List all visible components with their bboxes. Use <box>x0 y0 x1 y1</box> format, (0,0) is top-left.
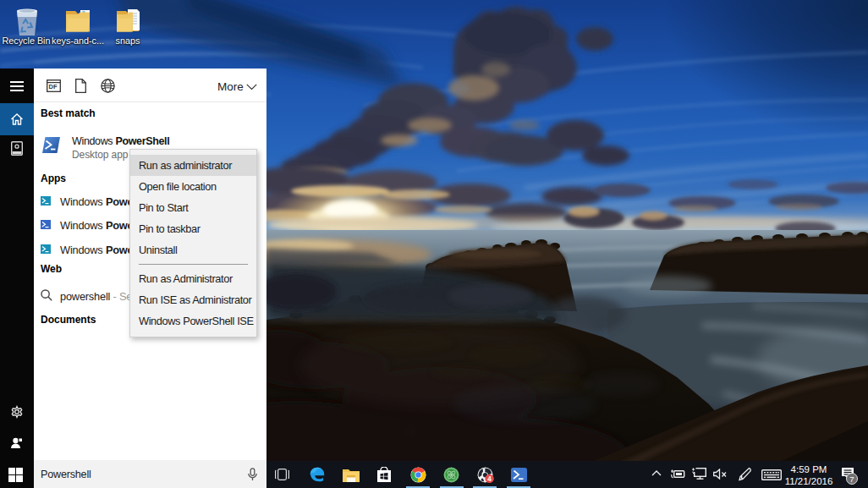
svg-text:DF: DF <box>49 83 58 90</box>
svg-text:4: 4 <box>487 475 492 483</box>
